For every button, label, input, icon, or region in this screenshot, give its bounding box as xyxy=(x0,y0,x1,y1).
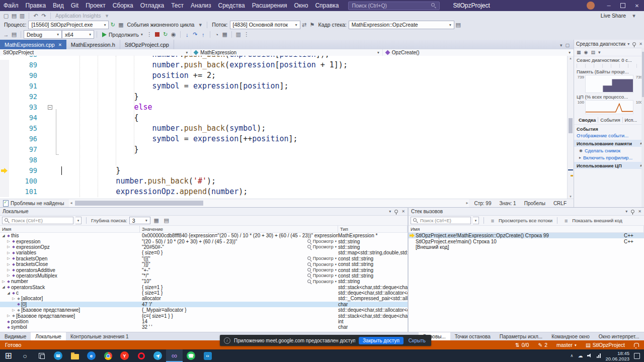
view-value-button[interactable]: Просмотр▾ xyxy=(307,273,337,279)
breakpoint-margin[interactable] xyxy=(0,123,9,134)
close-icon[interactable]: ✕ xyxy=(638,209,641,214)
tab-events[interactable]: События xyxy=(598,117,622,123)
expander-icon[interactable]: ▷ xyxy=(11,308,16,312)
code-line[interactable]: 95number.push_back(symbol); xyxy=(0,123,568,134)
breakpoints-window-icon[interactable]: ▤ xyxy=(10,31,18,39)
call-stack-search-input[interactable]: Поиск (Ctrl+E) xyxy=(411,217,471,224)
refresh-process-icon[interactable]: ↻ xyxy=(109,21,117,29)
repository-button[interactable]: ▤ StlOpzProject xyxy=(586,342,625,348)
close-icon[interactable]: ✕ xyxy=(639,42,642,46)
app-insights-dropdown[interactable]: Application Insights xyxy=(55,13,101,19)
taskbar-icon-start[interactable]: ⊞ xyxy=(0,349,17,362)
locals-row[interactable]: ▷◆[allocator]allocatorstd::_Compressed_p… xyxy=(0,296,408,301)
stack-frame-dropdown[interactable]: MathExpression::OpzCreate ▾ xyxy=(349,21,454,29)
locals-row[interactable]: ◢◆operatorsStack{ size=1 }std::stack<cha… xyxy=(0,285,408,290)
taskbar-icon-explorer[interactable] xyxy=(66,349,83,362)
git-sync-button[interactable]: ⇅ 0/0 xyxy=(515,342,529,348)
taskbar-icon-yandex-browser[interactable]: Y xyxy=(116,349,133,362)
live-share-button[interactable]: Live Share xyxy=(601,13,626,19)
pin-icon[interactable] xyxy=(631,210,634,213)
close-icon[interactable]: ✕ xyxy=(58,42,62,47)
breakpoint-margin[interactable] xyxy=(0,70,9,81)
code-editor[interactable]: 88number.push_back(expression[position])… xyxy=(0,56,574,207)
expander-icon[interactable]: ▷ xyxy=(1,280,6,284)
locals-row[interactable]: ▷◆bracketsClose")]}"Просмотр▾const std::… xyxy=(0,261,408,267)
taskbar-icon-task-view[interactable] xyxy=(33,349,50,362)
tab-list-icon[interactable]: ▾ xyxy=(560,43,562,48)
menu-item[interactable]: Анализ xyxy=(187,0,215,11)
code-line[interactable]: 89number.push_back(expression[position +… xyxy=(0,60,568,70)
code-line[interactable]: 97} xyxy=(0,144,568,155)
call-stack-row[interactable]: StlOpzProject.exe!main() Строка 10C++ xyxy=(409,238,644,244)
view-value-button[interactable]: Просмотр▾ xyxy=(307,267,337,273)
diagnostics-icon[interactable]: ▦ xyxy=(221,31,229,39)
view-value-button[interactable]: Просмотр▾ xyxy=(307,244,337,250)
document-tab[interactable]: MathExpression.cpp✕ xyxy=(0,40,66,49)
view-all-threads-button[interactable]: Просмотреть все потоки xyxy=(499,218,552,223)
taskbar-clock[interactable]: 18:45 20.06.2023 xyxy=(605,350,629,361)
float-window-icon[interactable]: ▢ xyxy=(565,43,570,48)
search-options-icon[interactable]: ▾ xyxy=(75,217,82,224)
open-file-icon[interactable]: ▤ xyxy=(10,12,18,20)
editor-horizontal-scrollbar[interactable]: ◂ ▸ xyxy=(69,199,469,207)
chevron-down-icon[interactable]: ▾ xyxy=(335,239,337,243)
step-over-icon[interactable]: ↷ xyxy=(191,31,199,39)
locals-search-input[interactable]: Поиск (Ctrl+E) xyxy=(2,217,73,224)
select-tools-icon[interactable]: ▦ xyxy=(577,50,581,55)
flag-threads-icon[interactable]: ⚑ xyxy=(308,21,316,29)
thread-dropdown[interactable]: [4836] Основной поток ▾ xyxy=(230,21,300,29)
view-value-button[interactable]: Просмотр▾ xyxy=(307,256,337,261)
call-stack-row[interactable]: StlOpzProject.exe!MathExpression::OpzCre… xyxy=(409,233,644,238)
view-value-button[interactable]: Просмотр▾ xyxy=(307,279,337,284)
code-line[interactable]: 101expressionOpz.append(number); xyxy=(0,187,568,197)
memory-chart[interactable] xyxy=(585,75,633,93)
chevron-down-icon[interactable]: ▾ xyxy=(630,12,638,20)
onedrive-cloud-icon[interactable]: ☁ xyxy=(578,353,583,358)
menu-item[interactable]: Расширения xyxy=(249,0,291,11)
scroll-up-icon[interactable]: ▴ xyxy=(568,56,574,60)
lifecycle-dropdown[interactable]: События жизненного цикла xyxy=(127,22,194,28)
search-depth-dropdown[interactable]: 3 ▾ xyxy=(129,217,150,224)
locals-row[interactable]: ◆[0]47 '/'char xyxy=(0,302,408,307)
breakpoint-margin[interactable] xyxy=(0,165,9,176)
expander-icon[interactable]: ▷ xyxy=(6,245,11,249)
tab-usage[interactable]: Исп... xyxy=(623,117,639,123)
menu-item[interactable]: Правка xyxy=(22,0,50,11)
breakpoint-margin[interactable] xyxy=(0,144,9,155)
stop-debugging-icon[interactable] xyxy=(153,31,162,39)
restart-icon[interactable]: ↻ xyxy=(162,31,170,39)
diagnostics-scrollbar[interactable] xyxy=(641,48,644,207)
cpu-usage-section[interactable]: Использование ЦП ▴ xyxy=(574,162,644,169)
locals-row[interactable]: ▷◆operatorsAdditive"+-"Просмотр▾const st… xyxy=(0,267,408,273)
hot-reload-icon[interactable]: ◔ xyxy=(213,31,221,39)
tray-expand-icon[interactable]: ∧ xyxy=(571,353,574,358)
chevron-down-icon[interactable]: ▾ xyxy=(335,256,337,260)
memory-usage-section[interactable]: Использование памяти ▴ xyxy=(574,140,644,147)
pin-icon[interactable] xyxy=(632,42,636,46)
breakpoint-margin[interactable] xyxy=(0,134,9,144)
continue-button[interactable]: Продолжить ▾ xyxy=(100,32,145,38)
taskbar-icon-mail[interactable]: ✉ xyxy=(50,349,66,362)
taskbar-icon-chrome[interactable] xyxy=(100,349,116,362)
taskbar-icon-opera[interactable] xyxy=(133,349,149,362)
code-line[interactable]: 99} xyxy=(0,165,568,176)
chevron-down-icon[interactable]: ▾ xyxy=(335,268,337,272)
menu-item[interactable]: Окно xyxy=(290,0,311,11)
breakpoint-margin[interactable] xyxy=(0,113,9,123)
code-line[interactable]: 94{ xyxy=(0,113,568,123)
git-branch-button[interactable]: master ▾ xyxy=(556,342,577,348)
taskbar-icon-whatsapp[interactable]: ☎ xyxy=(183,349,199,362)
quick-search-input[interactable]: Поиск (Ctrl+Q) xyxy=(348,2,440,10)
breakpoint-margin[interactable] xyxy=(0,92,9,102)
save-icon[interactable]: ▥ xyxy=(18,12,26,20)
chevron-down-icon[interactable]: ▾ xyxy=(335,262,337,266)
taskbar-icon-edge[interactable]: e xyxy=(83,349,100,362)
cpu-chart[interactable] xyxy=(585,100,633,114)
locals-row[interactable]: ▷◆operatorsMultiplex"*/"Просмотр▾const s… xyxy=(0,273,408,279)
minimize-button[interactable]: ─ xyxy=(602,0,616,11)
bottom-tab[interactable]: Видимые xyxy=(0,332,31,341)
scrollbar-thumb[interactable] xyxy=(569,118,573,133)
breakpoint-margin[interactable] xyxy=(0,81,9,92)
expander-icon[interactable]: ◢ xyxy=(6,291,11,295)
code-line[interactable]: 88number.push_back(expression[position])… xyxy=(0,56,568,60)
